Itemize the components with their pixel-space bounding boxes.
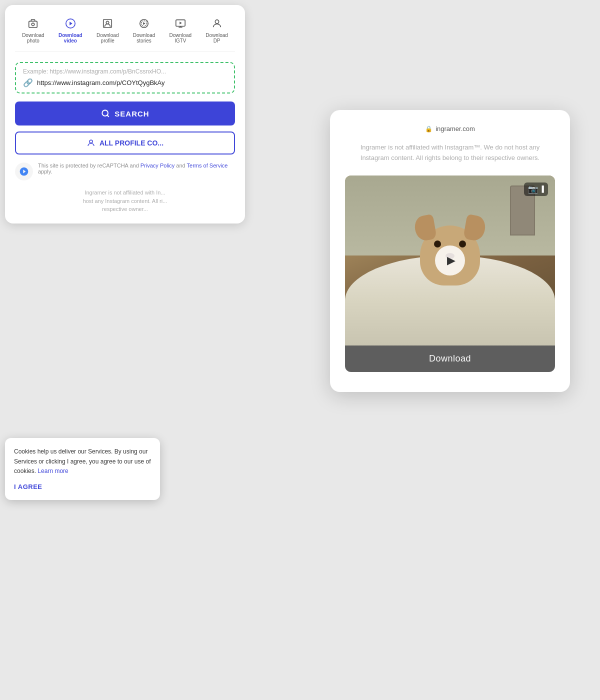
learn-more-link[interactable]: Learn more <box>38 468 68 474</box>
recaptcha-logo <box>15 162 33 180</box>
right-card: 🔒 ingramer.com Ingramer is not affiliate… <box>330 110 570 392</box>
tab-video-label: Download video <box>58 32 82 44</box>
igtv-icon <box>175 18 186 30</box>
url-placeholder: Example: https://www.instagram.com/p/BnC… <box>23 68 227 75</box>
tab-igtv-label: Download IGTV <box>170 32 192 44</box>
tab-profile-label: Download profile <box>96 32 118 44</box>
url-input-container: Example: https://www.instagram.com/p/BnC… <box>15 62 235 94</box>
tabs-row: Download photo Download video Download p… <box>15 15 235 52</box>
video-container[interactable]: 📷 ▐ ▶ Download <box>345 176 555 372</box>
tab-photo-label: Download photo <box>22 32 44 44</box>
svg-marker-8 <box>143 22 146 25</box>
left-disclaimer: Ingramer is not affiliated with In... ho… <box>15 188 235 214</box>
search-button-label: SEARCH <box>114 110 149 118</box>
camera-icon-overlay: 📷 ▐ <box>524 182 548 196</box>
svg-marker-10 <box>180 22 182 24</box>
terms-link[interactable]: Terms of Service <box>187 162 228 168</box>
download-overlay[interactable]: Download <box>345 346 555 372</box>
camera-icon: 📷 <box>528 184 538 194</box>
link-icon: 🔗 <box>23 78 33 88</box>
dog-eye-left <box>434 240 441 248</box>
photo-icon <box>28 18 38 30</box>
search-button[interactable]: SEARCH <box>15 102 235 126</box>
dog-ear-right <box>463 214 487 242</box>
video-icon <box>65 18 76 30</box>
svg-point-11 <box>215 20 218 24</box>
dp-icon <box>212 18 222 30</box>
recaptcha-text: This site is protected by reCAPTCHA and … <box>38 162 235 174</box>
svg-point-12 <box>102 110 108 116</box>
left-card: Download photo Download video Download p… <box>5 5 245 224</box>
dog-ear-left <box>413 214 437 242</box>
svg-marker-3 <box>70 22 72 25</box>
site-url: ingramer.com <box>436 125 475 132</box>
tab-dp-label: Download DP <box>206 32 228 44</box>
all-profile-button[interactable]: ALL PROFILE CO... <box>15 132 235 154</box>
url-input-row: 🔗 https://www.instagram.com/p/COYtQygBkA… <box>23 78 227 88</box>
cookie-banner: Cookies help us deliver our Services. By… <box>5 438 160 500</box>
tab-stories-label: Download stories <box>133 32 155 44</box>
stories-icon <box>138 18 150 30</box>
recaptcha-notice: This site is protected by reCAPTCHA and … <box>15 162 235 180</box>
lock-icon: 🔒 <box>425 126 432 132</box>
agree-button[interactable]: I AGREE <box>14 483 42 490</box>
video-indicator: ▐ <box>540 186 544 192</box>
svg-rect-0 <box>29 21 38 28</box>
cookie-text: Cookies help us deliver our Services. By… <box>14 447 151 476</box>
dog-eye-right <box>459 240 466 248</box>
privacy-link[interactable]: Privacy Policy <box>140 162 174 168</box>
video-thumbnail: 📷 ▐ ▶ <box>345 176 555 346</box>
svg-point-13 <box>90 140 92 143</box>
tab-photo[interactable]: Download photo <box>18 15 48 46</box>
tab-igtv[interactable]: Download IGTV <box>166 15 196 46</box>
download-label: Download <box>429 354 471 364</box>
profile-icon <box>102 18 113 30</box>
right-disclaimer: Ingramer is not affiliated with Instagra… <box>345 142 555 164</box>
svg-point-1 <box>32 23 35 26</box>
tab-profile[interactable]: Download profile <box>92 15 122 46</box>
tab-dp[interactable]: Download DP <box>202 15 232 46</box>
tab-video[interactable]: Download video <box>54 15 86 46</box>
url-value[interactable]: https://www.instagram.com/p/COYtQygBkAy <box>37 79 165 86</box>
play-button[interactable]: ▶ <box>435 246 465 276</box>
tab-stories[interactable]: Download stories <box>129 15 159 46</box>
site-header: 🔒 ingramer.com <box>345 125 555 132</box>
all-profile-label: ALL PROFILE CO... <box>100 139 164 147</box>
